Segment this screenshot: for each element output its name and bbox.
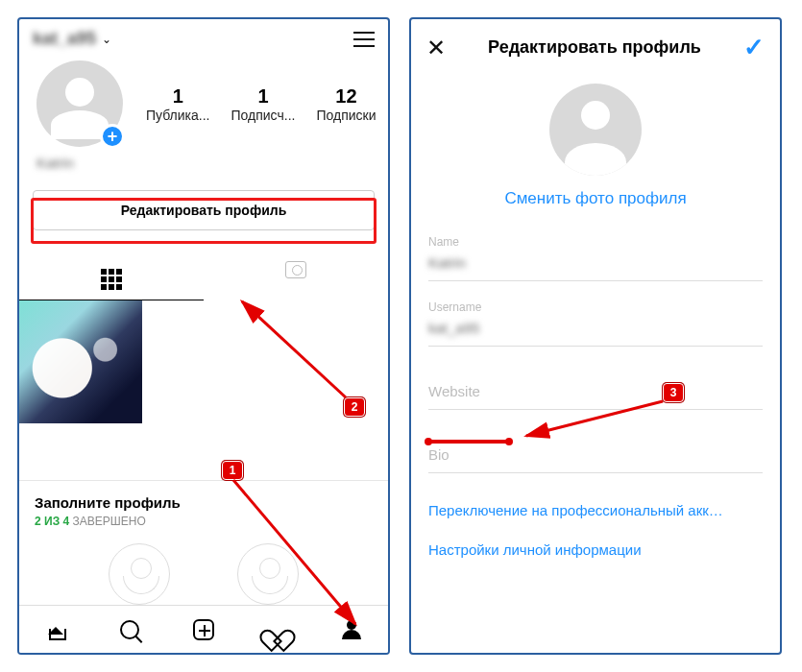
complete-profile-title: Заполните профиль — [35, 494, 373, 511]
annotation-badge-3: 3 — [663, 383, 684, 402]
field-username[interactable]: Username kat_a95 — [428, 291, 763, 347]
profile-header: kat_a95 ⌄ — [19, 19, 388, 59]
heart-icon — [267, 620, 288, 639]
profile-tabs — [19, 252, 388, 300]
search-icon — [120, 620, 139, 639]
add-story-icon[interactable]: + — [100, 124, 125, 149]
stat-posts[interactable]: 1 Публика... — [146, 85, 210, 123]
edit-title: Редактировать профиль — [488, 37, 701, 58]
add-icon — [193, 619, 214, 640]
edit-profile-button[interactable]: Редактировать профиль — [33, 190, 375, 230]
tab-tagged[interactable] — [204, 252, 388, 300]
profile-name: Katrin — [19, 155, 388, 179]
close-icon[interactable]: ✕ — [426, 36, 446, 60]
confirm-icon[interactable]: ✓ — [743, 33, 765, 62]
nav-activity[interactable] — [240, 606, 314, 653]
edit-header: ✕ Редактировать профиль ✓ — [411, 19, 780, 76]
nav-home[interactable] — [19, 606, 93, 653]
edit-avatar[interactable] — [549, 84, 642, 176]
personal-info-link[interactable]: Настройки личной информации — [411, 538, 780, 573]
annotation-badge-1: 1 — [222, 461, 243, 480]
profile-icon — [342, 620, 361, 639]
post-thumbnail[interactable] — [19, 300, 142, 423]
nav-add[interactable] — [167, 606, 241, 653]
menu-icon[interactable] — [353, 32, 375, 47]
profile-stats-row: + 1 Публика... 1 Подписч... 12 Подписки — [19, 59, 388, 155]
tagged-icon — [285, 261, 306, 278]
nav-search[interactable] — [93, 606, 167, 653]
field-website[interactable]: Website — [428, 373, 763, 410]
grid-icon — [101, 269, 122, 290]
complete-profile-progress: 2 ИЗ 4 ЗАВЕРШЕНО — [35, 515, 373, 528]
edit-profile-screen: ✕ Редактировать профиль ✓ Сменить фото п… — [409, 17, 782, 655]
stat-following[interactable]: 12 Подписки — [316, 85, 376, 123]
switch-professional-link[interactable]: Переключение на профессиональный акк… — [411, 483, 780, 538]
tab-grid[interactable] — [19, 252, 204, 300]
complete-profile-card: Заполните профиль 2 ИЗ 4 ЗАВЕРШЕНО — [19, 480, 388, 605]
username-switcher[interactable]: kat_a95 ⌄ — [33, 29, 111, 49]
profile-screen: kat_a95 ⌄ + 1 Публика... 1 Подписч... — [17, 17, 390, 655]
change-photo-link[interactable]: Сменить фото профиля — [411, 189, 780, 226]
username-text: kat_a95 — [33, 29, 96, 49]
field-name[interactable]: Name Katrin — [428, 226, 763, 281]
field-bio[interactable]: Bio — [428, 437, 763, 473]
bottom-nav — [19, 605, 388, 653]
stat-followers[interactable]: 1 Подписч... — [231, 85, 296, 123]
suggestion-avatar-icon[interactable] — [109, 543, 170, 605]
suggestion-avatar-icon[interactable] — [237, 543, 299, 605]
nav-profile[interactable] — [314, 606, 388, 653]
annotation-badge-2: 2 — [344, 397, 365, 417]
avatar[interactable]: + — [36, 60, 123, 147]
home-icon — [45, 619, 66, 640]
chevron-down-icon: ⌄ — [102, 33, 111, 46]
